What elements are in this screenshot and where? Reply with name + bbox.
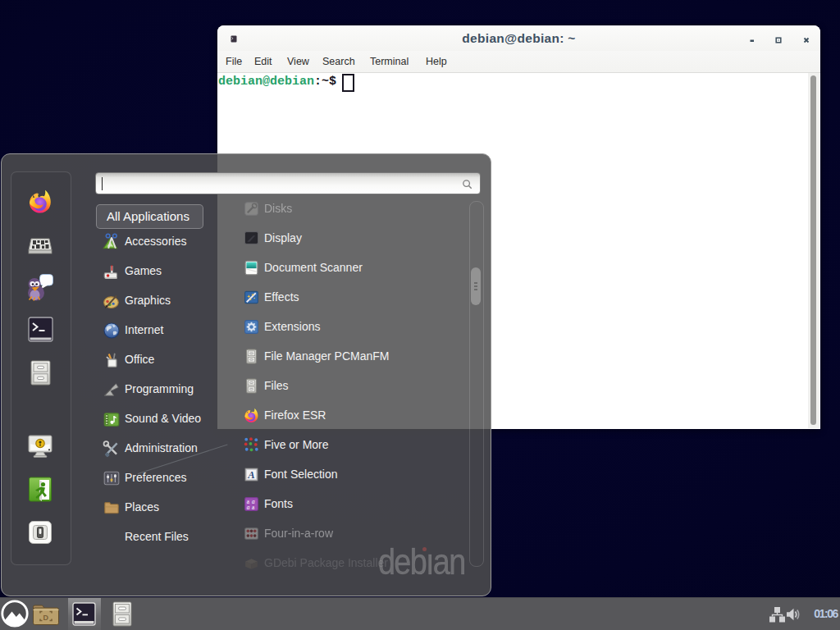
svg-text:D: D bbox=[43, 614, 49, 622]
svg-text:a: a bbox=[247, 504, 250, 511]
svg-text:A: A bbox=[247, 469, 254, 481]
